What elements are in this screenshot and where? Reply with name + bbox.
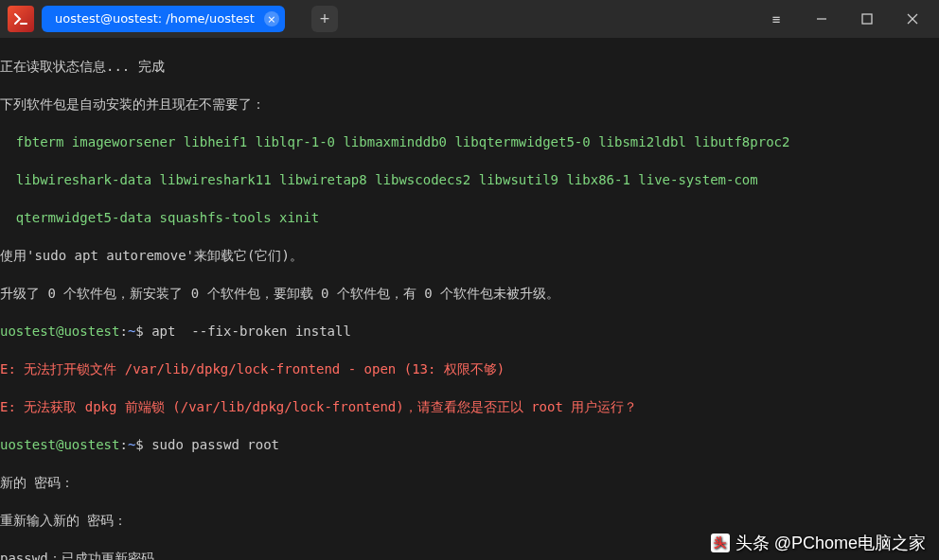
maximize-icon[interactable]: [848, 0, 886, 38]
menu-icon[interactable]: ≡: [757, 0, 795, 38]
output-line: 使用'sudo apt autoremove'来卸载它(它们)。: [0, 246, 939, 265]
error-line: E: 无法打开锁文件 /var/lib/dpkg/lock-frontend -…: [0, 359, 939, 378]
tab-close-icon[interactable]: ×: [264, 11, 279, 26]
close-icon[interactable]: [894, 0, 931, 38]
terminal-app-icon: [8, 6, 34, 32]
output-line: passwd：已成功更新密码: [0, 549, 939, 560]
package-line: fbterm imageworsener libheif1 liblqr-1-0…: [0, 132, 939, 151]
output-line: 下列软件包是自动安装的并且现在不需要了：: [0, 95, 939, 114]
command-text: apt --fix-broken install: [151, 324, 351, 339]
new-tab-button[interactable]: +: [311, 6, 338, 32]
output-line: 升级了 0 个软件包，新安装了 0 个软件包，要卸载 0 个软件包，有 0 个软…: [0, 284, 939, 303]
tab-current[interactable]: uostest@uostest: /home/uostest ×: [42, 6, 285, 32]
package-line: libwireshark-data libwireshark11 libwire…: [0, 170, 939, 189]
error-line: E: 无法获取 dpkg 前端锁 (/var/lib/dpkg/lock-fro…: [0, 397, 939, 416]
title-bar: uostest@uostest: /home/uostest × + ≡: [0, 0, 939, 38]
package-line: qtermwidget5-data squashfs-tools xinit: [0, 208, 939, 227]
tab-title: uostest@uostest: /home/uostest: [55, 9, 255, 28]
svg-rect-1: [862, 14, 872, 24]
output-line: 新的 密码：: [0, 473, 939, 492]
command-text: sudo passwd root: [151, 437, 279, 452]
minimize-icon[interactable]: [803, 0, 841, 38]
terminal-output[interactable]: 正在读取状态信息... 完成 下列软件包是自动安装的并且现在不需要了： fbte…: [0, 38, 939, 560]
prompt-line: uostest@uostest:~$ sudo passwd root: [0, 435, 939, 454]
output-line: 正在读取状态信息... 完成: [0, 57, 939, 76]
output-line: 重新输入新的 密码：: [0, 511, 939, 530]
prompt-line: uostest@uostest:~$ apt --fix-broken inst…: [0, 322, 939, 341]
